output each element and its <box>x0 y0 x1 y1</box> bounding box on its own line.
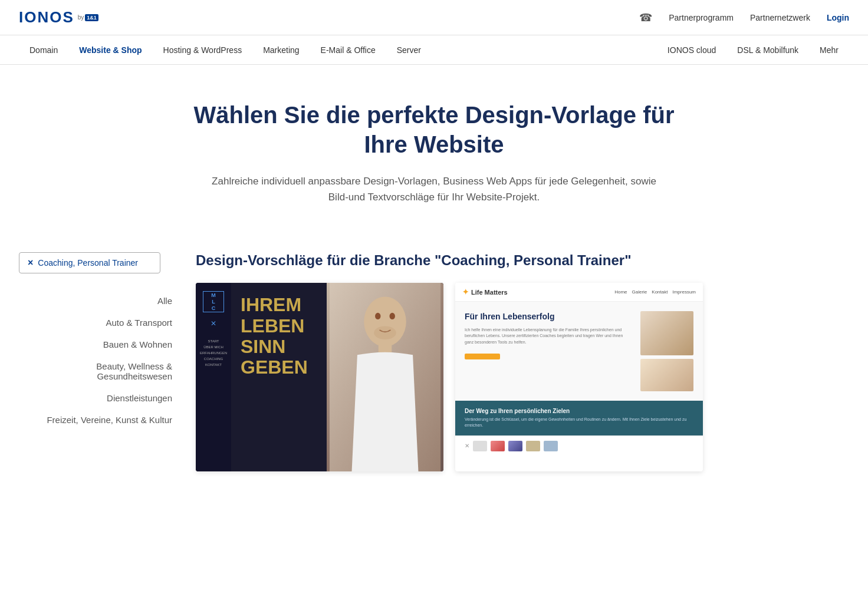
filter-tag[interactable]: × Coaching, Personal Trainer <box>19 252 160 273</box>
templates-grid: M L C ✕ START ÜBER MICH ERFAHRUNGEN COAC… <box>196 283 849 471</box>
template-header: ✦ Life Matters Home Galerie Kontakt Impr… <box>455 283 703 302</box>
template-photo <box>327 283 443 471</box>
template-brand-name: Life Matters <box>471 289 508 296</box>
sidebar-item-auto[interactable]: Auto & Transport <box>19 312 172 334</box>
footer-thumb-5 <box>544 441 558 451</box>
template-hero-image-2 <box>640 359 693 391</box>
sidebar-item-alle[interactable]: Alle <box>19 290 172 312</box>
sidebar-item-dienstleistungen[interactable]: Dienstleistungen <box>19 387 172 409</box>
nav-mehr[interactable]: Mehr <box>809 35 849 65</box>
hero-title: Wählen Sie die perfekte Design-Vorlage f… <box>192 100 676 159</box>
footer-thumb-4 <box>526 441 540 451</box>
main-nav: Domain Website & Shop Hosting & WordPres… <box>0 35 868 65</box>
hero-section: Wählen Sie die perfekte Design-Vorlage f… <box>0 65 868 229</box>
template-hero-body: Ich helfe Ihnen eine individuelle Lebens… <box>465 327 631 346</box>
template-logo: ✦ Life Matters <box>462 288 508 296</box>
nav-hosting[interactable]: Hosting & WordPress <box>153 35 253 65</box>
sidebar: × Coaching, Personal Trainer Alle Auto &… <box>19 252 184 523</box>
nav-email[interactable]: E-Mail & Office <box>310 35 386 65</box>
template-hero-image <box>640 311 693 355</box>
brand-by: by 1&1 <box>78 14 98 21</box>
phone-icon[interactable]: ☎ <box>639 11 652 24</box>
nav-domain[interactable]: Domain <box>19 35 68 65</box>
filter-tag-close-icon[interactable]: × <box>28 258 33 268</box>
template-cta-button[interactable] <box>465 354 500 359</box>
footer-thumb-2 <box>491 441 505 451</box>
svg-point-5 <box>374 326 396 340</box>
template-logo-box: M L C <box>203 291 224 312</box>
hero-subtitle: Zahlreiche individuell anpassbare Design… <box>210 173 658 205</box>
main-content: Design-Vorschläge für die Branche "Coach… <box>184 252 849 523</box>
nav-dsl[interactable]: DSL & Mobilfunk <box>726 35 809 65</box>
footer-thumb-1 <box>473 441 487 451</box>
section-title: Design-Vorschläge für die Branche "Coach… <box>196 252 849 269</box>
brand-badge: 1&1 <box>85 14 98 21</box>
template-card-2[interactable]: ✦ Life Matters Home Galerie Kontakt Impr… <box>455 283 703 471</box>
nav-cloud[interactable]: IONOS cloud <box>657 35 726 65</box>
template-sidebar-links: START ÜBER MICH ERFAHRUNGEN COACHING KON… <box>200 339 227 367</box>
logo[interactable]: IONOS by 1&1 <box>19 8 98 27</box>
nav-website-shop[interactable]: Website & Shop <box>68 35 152 65</box>
person-illustration <box>327 283 443 471</box>
nav-marketing[interactable]: Marketing <box>252 35 310 65</box>
svg-point-3 <box>375 313 380 319</box>
template-image-column <box>640 311 693 391</box>
template-teal-body: Veränderung ist die Schlüssel, um die ei… <box>465 417 693 428</box>
brand-name: IONOS <box>19 8 74 27</box>
login-button[interactable]: Login <box>827 13 849 22</box>
partnernetzwerk-link[interactable]: Partnernetzwerk <box>750 13 810 22</box>
top-bar: IONOS by 1&1 ☎ Partnerprogramm Partnerne… <box>0 0 868 35</box>
logo-star-icon: ✦ <box>462 288 469 296</box>
category-list: Alle Auto & Transport Bauen & Wohnen Bea… <box>19 290 172 431</box>
svg-point-4 <box>390 313 395 319</box>
template-nav: Home Galerie Kontakt Impressum <box>614 289 696 295</box>
sidebar-item-freizeit[interactable]: Freizeit, Vereine, Kunst & Kultur <box>19 409 172 431</box>
partnerprogramm-link[interactable]: Partnerprogramm <box>669 13 734 22</box>
template-main-area: IHREMLEBENSINNGEBEN <box>231 283 443 471</box>
template-x-icon: ✕ <box>211 319 216 328</box>
template-hero-title: Für Ihren Lebenserfolg <box>465 311 631 322</box>
template-text-section: Für Ihren Lebenserfolg Ich helfe Ihnen e… <box>465 311 631 391</box>
template-teal-section: Der Weg zu Ihren persönlichen Zielen Ver… <box>455 401 703 435</box>
template-sidebar-strip: M L C ✕ START ÜBER MICH ERFAHRUNGEN COAC… <box>196 283 231 471</box>
nav-server[interactable]: Server <box>386 35 432 65</box>
top-nav: ☎ Partnerprogramm Partnernetzwerk Login <box>639 11 849 24</box>
footer-close-icon: ✕ <box>465 443 469 449</box>
filter-tag-label: Coaching, Personal Trainer <box>38 258 138 268</box>
template-teal-title: Der Weg zu Ihren persönlichen Zielen <box>465 408 693 414</box>
content-area: × Coaching, Personal Trainer Alle Auto &… <box>0 229 868 523</box>
sidebar-item-bauen[interactable]: Bauen & Wohnen <box>19 334 172 355</box>
sidebar-item-beauty[interactable]: Beauty, Wellness & Gesundheitswesen <box>19 355 172 387</box>
template-card-1[interactable]: M L C ✕ START ÜBER MICH ERFAHRUNGEN COAC… <box>196 283 443 471</box>
template-footer: ✕ <box>455 435 703 456</box>
template-hero-section: Für Ihren Lebenserfolg Ich helfe Ihnen e… <box>455 302 703 401</box>
footer-thumb-3 <box>508 441 522 451</box>
